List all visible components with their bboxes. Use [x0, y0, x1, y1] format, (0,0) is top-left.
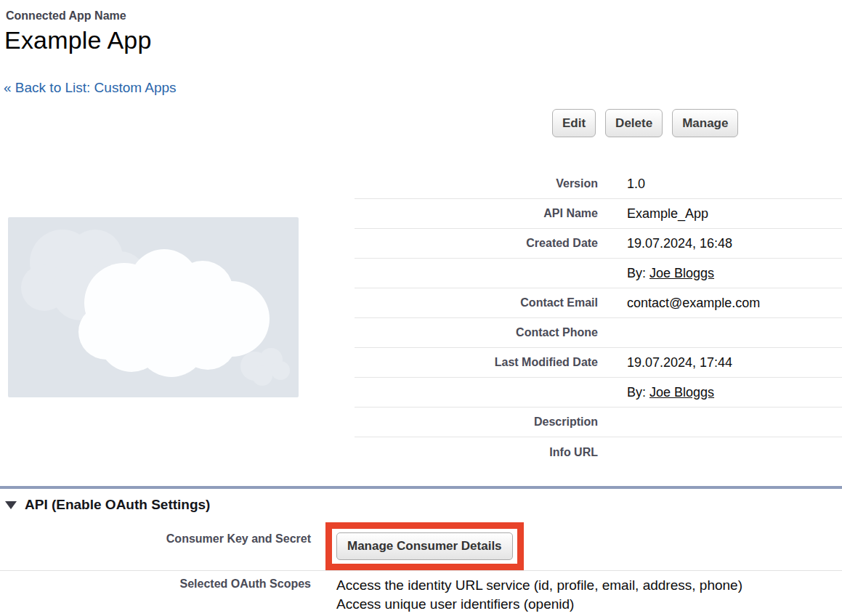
connected-app-detail-page: Connected App Name Example App « Back to… — [0, 0, 842, 616]
table-row: Contact Phone — [355, 318, 842, 348]
table-row: By: Joe Bloggs — [355, 259, 842, 288]
highlight-annotation-box: Manage Consumer Details — [325, 522, 524, 570]
edit-button[interactable]: Edit — [552, 109, 596, 137]
field-label-version: Version — [355, 177, 598, 190]
toolbar: Edit Delete Manage — [552, 109, 738, 137]
field-value-contact-email: contact@example.com — [627, 296, 760, 311]
field-label-contact-email: Contact Email — [355, 296, 598, 309]
consumer-key-label: Consumer Key and Secret — [0, 532, 311, 546]
oauth-section-title: API (Enable OAuth Settings) — [25, 497, 210, 513]
field-label-last-modified-date: Last Modified Date — [355, 356, 598, 369]
row-divider — [0, 570, 842, 571]
table-row: Last Modified Date 19.07.2024, 17:44 — [355, 348, 842, 378]
field-label-info-url: Info URL — [355, 446, 598, 459]
detail-table: Version 1.0 API Name Example_App Created… — [355, 169, 842, 467]
oauth-scope-item: Access the identity URL service (id, pro… — [336, 576, 742, 595]
table-row: Info URL — [355, 437, 842, 467]
created-by-user-link[interactable]: Joe Bloggs — [649, 266, 714, 281]
table-row: By: Joe Bloggs — [355, 378, 842, 408]
selected-oauth-scopes-values: Access the identity URL service (id, pro… — [336, 576, 742, 614]
table-row: Version 1.0 — [355, 169, 842, 199]
manage-button[interactable]: Manage — [672, 109, 738, 137]
field-label-contact-phone: Contact Phone — [355, 326, 598, 339]
field-value-last-modified-date: 19.07.2024, 17:44 — [627, 355, 732, 370]
field-label-created-date: Created Date — [355, 237, 598, 250]
created-by: By: Joe Bloggs — [627, 266, 714, 281]
table-row: Contact Email contact@example.com — [355, 288, 842, 318]
delete-button[interactable]: Delete — [605, 109, 663, 137]
table-row: API Name Example_App — [355, 199, 842, 229]
table-row: Description — [355, 408, 842, 437]
section-divider-bar — [0, 486, 842, 489]
field-value-api-name: Example_App — [627, 206, 708, 222]
field-label-api-name: API Name — [355, 207, 598, 220]
page-title: Example App — [4, 26, 152, 54]
field-value-created-date: 19.07.2024, 16:48 — [627, 236, 732, 251]
table-row: Created Date 19.07.2024, 16:48 — [355, 229, 842, 259]
oauth-section-header: API (Enable OAuth Settings) — [5, 497, 210, 513]
back-to-list-link[interactable]: « Back to List: Custom Apps — [4, 80, 177, 96]
modified-by: By: Joe Bloggs — [627, 385, 714, 400]
field-value-version: 1.0 — [627, 177, 645, 192]
connected-app-name-label: Connected App Name — [6, 9, 126, 23]
selected-oauth-scopes-label: Selected OAuth Scopes — [0, 578, 311, 591]
cloud-icon — [8, 217, 299, 397]
section-collapse-icon[interactable] — [5, 501, 17, 509]
modified-by-user-link[interactable]: Joe Bloggs — [649, 385, 714, 400]
field-label-description: Description — [355, 416, 598, 429]
app-logo-image — [8, 217, 299, 397]
manage-consumer-details-button[interactable]: Manage Consumer Details — [336, 532, 513, 560]
oauth-scope-item: Access unique user identifiers (openid) — [336, 595, 742, 614]
